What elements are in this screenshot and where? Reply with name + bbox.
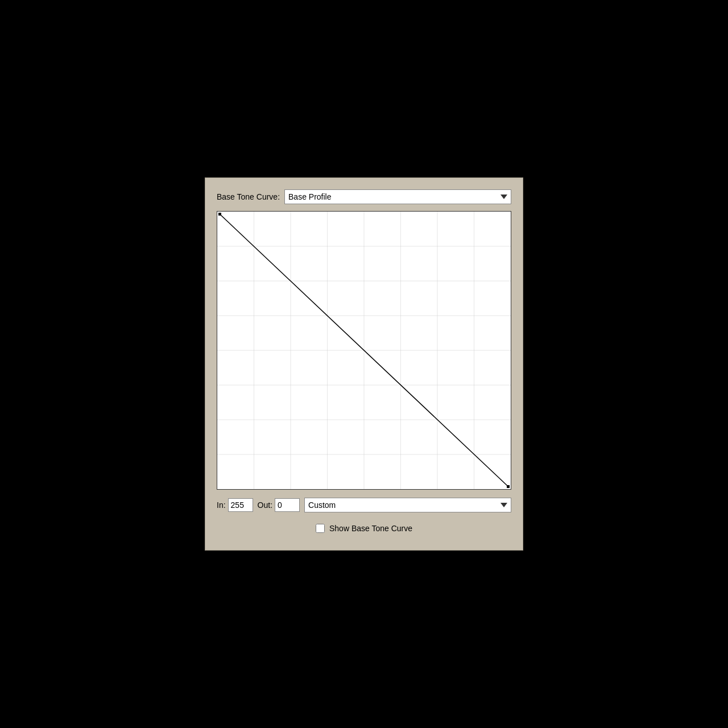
show-base-tone-curve-row: Show Base Tone Curve <box>217 524 511 533</box>
out-label: Out: <box>258 500 272 510</box>
in-label: In: <box>217 500 226 510</box>
base-tone-curve-label: Base Tone Curve: <box>217 192 280 201</box>
svg-rect-15 <box>218 213 221 216</box>
tone-curve-chart[interactable] <box>217 211 511 490</box>
preset-dropdown[interactable]: Custom Linear Medium Contrast Strong Con… <box>304 498 511 512</box>
show-base-tone-curve-checkbox[interactable] <box>316 524 325 533</box>
top-row: Base Tone Curve: Base Profile Linear Med… <box>217 189 511 204</box>
show-base-tone-curve-label[interactable]: Show Base Tone Curve <box>329 524 412 533</box>
out-input[interactable] <box>275 498 300 512</box>
bottom-controls: In: Out: Custom Linear Medium Contrast S… <box>217 498 511 512</box>
out-group: Out: <box>258 498 300 512</box>
base-tone-curve-dropdown[interactable]: Base Profile Linear Medium Contrast Stro… <box>284 189 511 204</box>
svg-rect-16 <box>507 485 510 488</box>
main-panel: Base Tone Curve: Base Profile Linear Med… <box>205 177 523 551</box>
in-group: In: <box>217 498 253 512</box>
in-input[interactable] <box>228 498 253 512</box>
